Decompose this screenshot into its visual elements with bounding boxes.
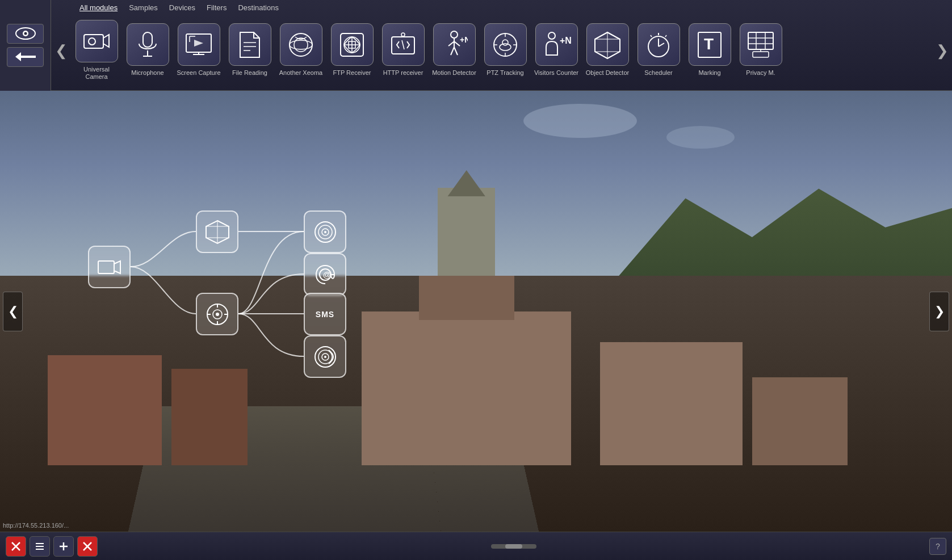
module-label-http-receiver: HTTP receiver — [383, 69, 423, 77]
microphone-icon — [127, 23, 169, 66]
bottom-left-buttons — [6, 536, 98, 557]
ftp-receiver-icon — [331, 23, 374, 66]
module-object-detector[interactable]: Object Detector — [582, 11, 633, 90]
module-screen-capture[interactable]: Screen Capture — [173, 11, 224, 90]
module-label-microphone: Microphone — [131, 69, 163, 77]
svg-rect-8 — [143, 32, 152, 47]
module-motion-detector[interactable]: +N Motion Detector — [429, 11, 480, 90]
list-button[interactable] — [30, 536, 50, 557]
module-label-ptz-tracking: PTZ Tracking — [487, 69, 523, 77]
svg-line-23 — [402, 40, 404, 49]
module-file-reading[interactable]: File Reading — [224, 11, 275, 90]
svg-point-2 — [24, 32, 27, 35]
svg-line-44 — [659, 43, 664, 47]
svg-point-35 — [502, 40, 508, 45]
svg-rect-55 — [753, 52, 769, 57]
module-label-screen-capture: Screen Capture — [177, 69, 220, 77]
module-scheduler[interactable]: Scheduler — [633, 11, 684, 90]
modules-list: Universal Camera Microphone — [71, 5, 932, 96]
scroll-indicator[interactable] — [491, 544, 536, 549]
pipeline-node-motion[interactable] — [196, 293, 238, 335]
nav-samples[interactable]: Samples — [129, 3, 158, 12]
svg-line-31 — [454, 47, 458, 55]
bottom-toolbar: ? — [0, 532, 952, 560]
svg-point-64 — [216, 313, 219, 316]
nav-all-modules[interactable]: All modules — [79, 3, 118, 12]
svg-line-28 — [448, 41, 454, 46]
module-label-marking: Marking — [698, 69, 720, 77]
universal-camera-icon — [76, 20, 118, 62]
module-label-file-reading: File Reading — [232, 69, 267, 77]
module-universal-camera[interactable]: Universal Camera — [71, 11, 122, 90]
object-detector-icon — [586, 23, 629, 66]
module-http-receiver[interactable]: HTTP receiver — [378, 11, 429, 90]
svg-marker-3 — [15, 52, 21, 61]
module-label-ftp-receiver: FTP Receiver — [333, 69, 371, 77]
motion-detector-icon: +N — [433, 23, 476, 66]
add-button[interactable] — [53, 536, 74, 557]
svg-point-68 — [324, 231, 326, 233]
svg-point-75 — [324, 356, 326, 358]
pipeline-node-object[interactable] — [196, 210, 238, 253]
module-label-another-xeoma: Another Xeoma — [279, 69, 322, 77]
modules-nav-right[interactable]: ❯ — [932, 6, 952, 96]
module-ptz-tracking[interactable]: PTZ Tracking — [480, 11, 531, 90]
svg-point-26 — [451, 31, 458, 38]
pipeline-node-ftp[interactable] — [304, 210, 346, 253]
another-xeoma-icon — [280, 23, 322, 66]
privacy-icon — [740, 23, 782, 66]
module-microphone[interactable]: Microphone — [122, 11, 173, 90]
nav-devices[interactable]: Devices — [169, 3, 195, 12]
svg-point-34 — [500, 44, 511, 50]
module-visitors-counter[interactable]: +N Visitors Counter — [531, 11, 582, 90]
module-label-universal-camera: Universal Camera — [74, 66, 119, 81]
pipeline-node-email[interactable]: @ — [304, 253, 346, 296]
main-nav-right[interactable]: ❯ — [929, 292, 949, 331]
svg-point-19 — [290, 40, 312, 49]
file-reading-icon — [229, 23, 271, 66]
module-marking[interactable]: T Marking — [684, 11, 735, 90]
nav-destinations[interactable]: Destinations — [238, 3, 279, 12]
pipeline-node-camera[interactable] — [88, 246, 131, 288]
svg-line-46 — [651, 35, 652, 37]
svg-rect-50 — [748, 32, 773, 49]
module-label-privacy: Privacy M. — [746, 69, 775, 77]
url-bar: http://174.55.213.160/... — [3, 522, 69, 529]
svg-text:@: @ — [323, 270, 331, 279]
pipeline-node-sound[interactable] — [304, 335, 346, 378]
back-button[interactable] — [7, 47, 44, 67]
nav-filters[interactable]: Filters — [207, 3, 227, 12]
pipeline-node-sms[interactable]: SMS — [304, 293, 346, 335]
modules-nav-left[interactable]: ❮ — [51, 6, 71, 96]
svg-rect-57 — [98, 261, 114, 273]
module-label-motion-detector: Motion Detector — [432, 69, 476, 77]
module-ftp-receiver[interactable]: FTP Receiver — [326, 11, 378, 90]
svg-line-30 — [451, 47, 454, 55]
module-label-visitors-counter: Visitors Counter — [534, 69, 578, 77]
svg-line-47 — [665, 35, 666, 37]
scroll-thumb — [505, 544, 522, 549]
svg-marker-6 — [103, 35, 109, 47]
nav-links: All modules Samples Devices Filters Dest… — [74, 0, 284, 15]
svg-point-7 — [89, 38, 95, 45]
svg-text:+N: +N — [460, 35, 468, 44]
help-button[interactable]: ? — [929, 538, 946, 555]
remove-button[interactable] — [6, 536, 26, 557]
http-receiver-icon — [382, 23, 425, 66]
left-panel — [0, 0, 51, 91]
eye-button[interactable] — [7, 24, 44, 44]
module-label-object-detector: Object Detector — [586, 69, 629, 77]
scheduler-icon — [638, 23, 680, 66]
main-nav-left[interactable]: ❮ — [3, 292, 23, 331]
svg-rect-4 — [21, 56, 36, 58]
module-privacy[interactable]: Privacy M. — [735, 11, 786, 90]
svg-point-17 — [290, 33, 312, 56]
visitors-counter-icon: +N — [535, 23, 578, 66]
module-another-xeoma[interactable]: Another Xeoma — [275, 11, 326, 90]
top-toolbar: All modules Samples Devices Filters Dest… — [0, 0, 952, 91]
module-label-scheduler: Scheduler — [644, 69, 673, 77]
close-button[interactable] — [77, 536, 98, 557]
svg-text:T: T — [704, 35, 714, 53]
svg-point-40 — [548, 32, 555, 39]
svg-marker-58 — [114, 261, 120, 273]
